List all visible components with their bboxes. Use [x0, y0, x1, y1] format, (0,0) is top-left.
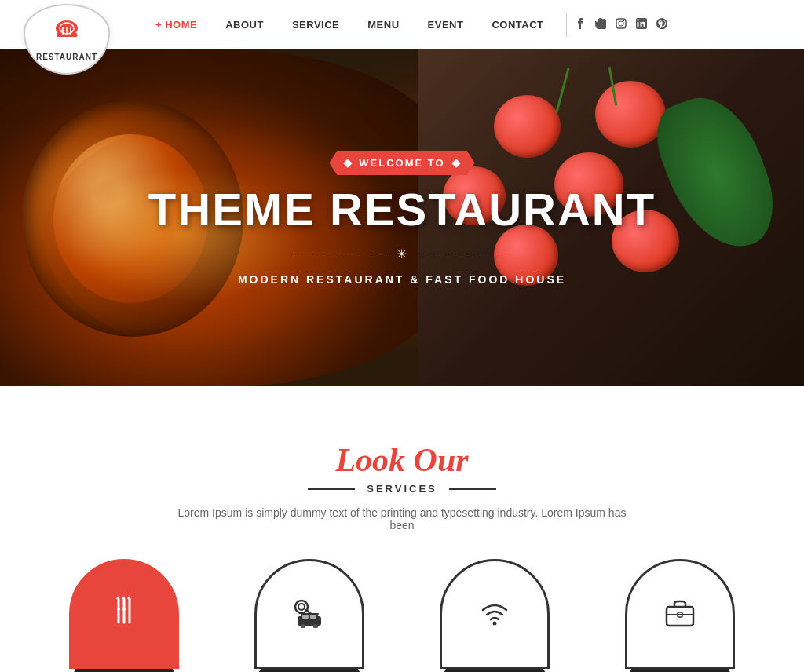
- hero-content: WELCOME TO THEME RESTAURANT ✳ MODERN RES…: [148, 151, 656, 286]
- service-card-wifi: FREE WIFI Communication skills, includin…: [418, 559, 572, 672]
- wifi-icon: [475, 593, 514, 635]
- svg-rect-7: [616, 19, 626, 28]
- header: RESTAURANT HOME ABOUT SERVICE MENU EVENT…: [0, 0, 804, 49]
- service-card-parking: FREE PARKING Communication skills, inclu…: [232, 559, 386, 672]
- nav-divider: [566, 13, 567, 37]
- nav-event[interactable]: EVENT: [414, 19, 478, 31]
- divider-star: ✳: [397, 247, 407, 261]
- title-line-right: [449, 488, 496, 490]
- parking-icon: [290, 593, 329, 635]
- conference-icon-wrap: [625, 559, 735, 669]
- svg-point-12: [637, 19, 638, 20]
- pinterest-icon[interactable]: [656, 18, 667, 31]
- parking-icon-wrap: [254, 559, 364, 669]
- facebook-icon[interactable]: [575, 18, 586, 31]
- nav-service[interactable]: SERVICE: [278, 19, 353, 31]
- services-title-underline: SERVICES: [16, 483, 788, 495]
- hero-subtitle: MODERN RESTAURANT & FAST FOOD HOUSE: [148, 273, 656, 286]
- linkedin-icon[interactable]: [636, 18, 647, 31]
- svg-point-19: [298, 604, 305, 610]
- social-links: [575, 18, 667, 31]
- svg-rect-27: [310, 615, 316, 619]
- services-description: Lorem Ipsum is simply dummy text of the …: [166, 506, 638, 531]
- welcome-text: WELCOME TO: [359, 157, 444, 169]
- hero-title: THEME RESTAURANT: [148, 187, 656, 232]
- hero-divider: ✳: [148, 247, 656, 261]
- svg-rect-26: [302, 615, 309, 619]
- logo-icon: [51, 17, 82, 51]
- parking-label: FREE PARKING: [254, 669, 364, 672]
- twitter-icon[interactable]: [595, 18, 606, 31]
- conference-label: CONFERENCE HALLS: [625, 669, 735, 672]
- service-card-booking: ONLINE BOOKING Communication skills, inc…: [47, 559, 201, 672]
- divider-line-left: [294, 254, 389, 254]
- divider-line-right: [415, 254, 509, 254]
- booking-icon-wrap: [69, 559, 179, 669]
- services-section: Look Our SERVICES Lorem Ipsum is simply …: [0, 410, 804, 672]
- wifi-label: FREE WIFI: [440, 669, 550, 672]
- logo-label: RESTAURANT: [36, 53, 97, 61]
- svg-point-28: [493, 622, 497, 626]
- main-nav: HOME ABOUT SERVICE MENU EVENT CONTACT: [141, 13, 788, 37]
- svg-point-8: [619, 21, 623, 26]
- nav-about[interactable]: ABOUT: [211, 19, 278, 31]
- services-cards: ONLINE BOOKING Communication skills, inc…: [16, 559, 788, 672]
- booking-icon: [107, 591, 142, 637]
- service-card-conference: CONFERENCE HALLS Communication skills, i…: [603, 559, 757, 672]
- zigzag-separator: [0, 386, 804, 410]
- services-label: SERVICES: [367, 483, 437, 495]
- diamond-left: [344, 159, 353, 167]
- title-line-left: [308, 488, 355, 490]
- conference-icon: [660, 593, 700, 635]
- diamond-right: [451, 159, 460, 167]
- svg-rect-11: [637, 22, 638, 27]
- booking-label: ONLINE BOOKING: [69, 669, 179, 672]
- nav-contact[interactable]: CONTACT: [477, 19, 557, 31]
- welcome-badge: WELCOME TO: [329, 151, 474, 175]
- nav-home[interactable]: HOME: [141, 19, 211, 31]
- nav-menu[interactable]: MENU: [353, 19, 413, 31]
- hero-section: WELCOME TO THEME RESTAURANT ✳ MODERN RES…: [0, 49, 804, 387]
- svg-point-18: [295, 601, 308, 613]
- wifi-icon-wrap: [440, 559, 550, 669]
- svg-point-9: [623, 20, 624, 22]
- services-cursive-title: Look Our: [16, 441, 788, 479]
- svg-rect-29: [667, 607, 693, 626]
- instagram-icon[interactable]: [616, 18, 627, 31]
